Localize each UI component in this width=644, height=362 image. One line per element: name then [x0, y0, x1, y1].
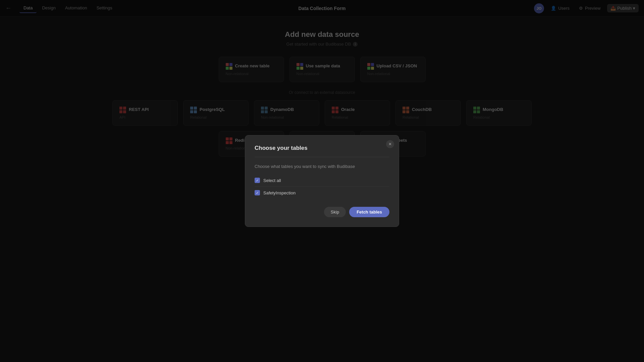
fetch-tables-button[interactable]: Fetch tables	[349, 207, 389, 217]
safety-inspection-label: SafetyInspection	[263, 190, 296, 195]
tables-list: ✓ Select all ✓ SafetyInspection	[255, 174, 389, 199]
modal-title: Choose your tables	[255, 145, 389, 157]
select-all-row[interactable]: ✓ Select all	[255, 174, 389, 187]
check-icon: ✓	[256, 179, 259, 182]
safety-inspection-row[interactable]: ✓ SafetyInspection	[255, 187, 389, 199]
select-all-label: Select all	[263, 178, 281, 183]
skip-button[interactable]: Skip	[324, 207, 346, 217]
choose-tables-modal: ✕ Choose your tables Choose what tables …	[245, 135, 399, 227]
modal-description: Choose what tables you want to sync with…	[255, 164, 389, 169]
modal-close-button[interactable]: ✕	[386, 140, 394, 148]
modal-footer: Skip Fetch tables	[255, 207, 389, 217]
select-all-checkbox[interactable]: ✓	[255, 178, 260, 183]
check-icon: ✓	[256, 191, 259, 195]
safety-inspection-checkbox[interactable]: ✓	[255, 190, 260, 195]
modal-overlay: ✕ Choose your tables Choose what tables …	[0, 0, 644, 362]
